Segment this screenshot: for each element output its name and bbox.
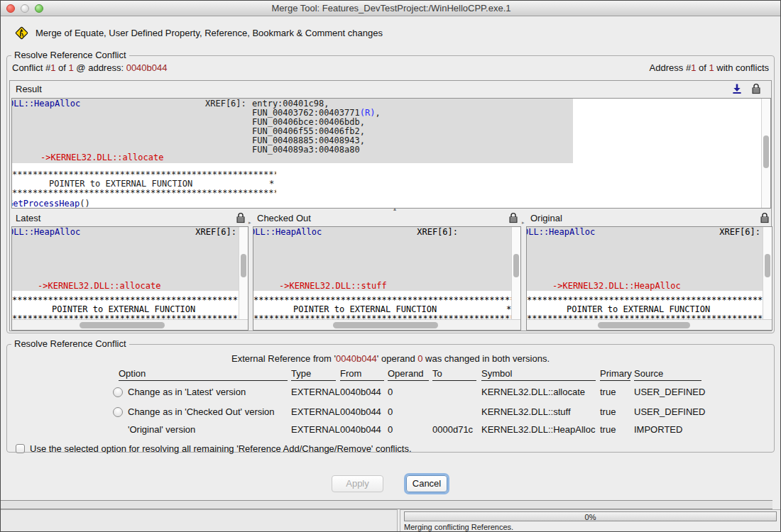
column-header-option: Option	[119, 368, 288, 381]
checked-out-lock-icon[interactable]	[508, 212, 518, 223]
status-left-panel	[1, 509, 398, 532]
cell-symbol: KERNEL32.DLL::allocate	[481, 387, 585, 397]
vertical-splitter[interactable]: ▸	[522, 220, 525, 226]
use-for-all-checkbox[interactable]	[16, 444, 25, 453]
result-external-ref: ->KERNEL32.DLL::allocate	[40, 153, 163, 162]
result-lock-icon[interactable]	[751, 83, 763, 94]
window-title: Merge Tool: Features_DevTestProject:/Win…	[1, 3, 781, 13]
option-label[interactable]: Change as in 'Latest' version	[128, 387, 246, 397]
merge-tool-window: Merge Tool: Features_DevTestProject:/Win…	[0, 0, 781, 532]
latest-panel-title: Latest	[16, 213, 40, 223]
original-vertical-scrollbar[interactable]	[763, 227, 772, 320]
cell-type: EXTERNAL	[291, 387, 340, 397]
column-header-primary: Primary	[600, 368, 630, 381]
latest-panel: Latest DLL::HeapAlloc	[11, 211, 248, 331]
cell-from: 0040b044	[340, 387, 381, 397]
cell-symbol: KERNEL32.DLL::stuff	[481, 406, 571, 417]
column-header-symbol: Symbol	[481, 368, 596, 381]
vertical-splitter[interactable]: ▸	[248, 220, 251, 226]
conflict-counter: Conflict #1 of 1 @ address: 0040b044	[12, 62, 168, 73]
checked-out-xref-label: XREF[6]:	[417, 228, 458, 237]
scroll-thumb[interactable]	[333, 322, 438, 328]
result-xref-label: XREF[6]:	[205, 99, 246, 109]
apply-button[interactable]: Apply	[332, 475, 383, 492]
cell-primary: true	[600, 387, 616, 397]
latest-xref-label: XREF[6]:	[195, 228, 236, 237]
checked-out-vertical-scrollbar[interactable]	[511, 227, 520, 320]
result-xref-6: FUN_004089a3:00408a80	[252, 145, 360, 155]
column-header-operand: Operand	[388, 368, 429, 381]
scroll-thumb[interactable]	[241, 254, 246, 277]
scroll-thumb[interactable]	[513, 254, 519, 277]
cell-from: 0040b044	[340, 424, 381, 435]
scroll-thumb[interactable]	[765, 254, 770, 277]
cell-from: 0040b044	[340, 406, 381, 417]
progress-percent: 0%	[405, 513, 776, 521]
message-strip	[1, 500, 772, 509]
original-horizontal-scrollbar[interactable]	[527, 319, 772, 330]
column-header-type: Type	[291, 368, 336, 381]
merge-sign-icon	[15, 26, 28, 40]
result-panel-title: Result	[16, 84, 42, 94]
scroll-thumb[interactable]	[598, 322, 690, 328]
merge-phase-message: Merge of Equate, User Defined Property, …	[36, 28, 383, 38]
original-panel: Original DLL::HeapAlloc	[526, 211, 772, 331]
comment-pointer-line: POINTER to EXTERNAL FUNCTION	[567, 305, 710, 314]
checked-out-horizontal-scrollbar[interactable]	[253, 319, 520, 330]
cell-operand: 0	[388, 406, 393, 417]
original-external-ref: ->KERNEL32.DLL::HeapAlloc	[552, 282, 681, 291]
cell-type: EXTERNAL	[291, 406, 340, 417]
cell-to: 0000d71c	[432, 424, 473, 435]
use-for-all-label[interactable]: Use the selected option for resolving al…	[30, 443, 412, 454]
column-header-from: From	[340, 368, 384, 381]
checked-out-external-ref: ->KERNEL32.DLL::stuff	[279, 282, 387, 291]
result-vertical-scrollbar[interactable]	[761, 99, 770, 208]
progress-bar: 0%	[404, 511, 777, 521]
conflict-address: 0040b044	[126, 62, 168, 73]
comment-star: *	[269, 179, 274, 189]
original-listing[interactable]: DLL::HeapAlloc XREF[6]: ->KERNEL32.DLL::…	[526, 226, 772, 331]
resolve-reference-conflict-group: Resolve Reference Conflict Conflict #1 o…	[6, 55, 775, 333]
conflict-description: External Reference from '0040b044' opera…	[7, 353, 774, 364]
latest-horizontal-scrollbar[interactable]	[12, 319, 248, 330]
merge-listings-container: Result	[9, 80, 772, 331]
cell-symbol: KERNEL32.DLL::HeapAlloc	[481, 424, 595, 435]
group2-legend: Resolve Reference Conflict	[11, 338, 129, 349]
latest-symbol: DLL::HeapAlloc	[12, 228, 80, 237]
checked-out-listing[interactable]: DLL::HeapAlloc XREF[6]: entry:00401c98, …	[253, 226, 521, 331]
latest-listing[interactable]: DLL::HeapAlloc XREF[6]: ->KERNEL32.DLL::…	[11, 226, 248, 331]
latest-lock-icon[interactable]	[236, 212, 246, 223]
comment-pointer-line: POINTER to EXTERNAL FUNCTION	[49, 179, 192, 189]
scroll-thumb[interactable]	[763, 135, 769, 168]
goto-next-conflict-icon[interactable]	[731, 83, 743, 94]
checked-out-panel-title: Checked Out	[257, 213, 311, 223]
cell-primary: true	[600, 424, 616, 435]
original-lock-icon[interactable]	[760, 212, 770, 223]
original-version-label: 'Original' version	[128, 424, 195, 435]
cell-primary: true	[600, 406, 616, 417]
cell-operand: 0	[388, 424, 393, 435]
cell-source: USER_DEFINED	[634, 406, 705, 417]
status-right-panel: 0% Merging conflicting References.	[400, 509, 781, 532]
option-label[interactable]: Change as in 'Checked Out' version	[128, 406, 275, 417]
scroll-thumb[interactable]	[80, 322, 165, 328]
radio-checked-out-version[interactable]	[113, 407, 123, 417]
title-bar[interactable]: Merge Tool: Features_DevTestProject:/Win…	[1, 1, 781, 16]
resolve-options-group: Resolve Reference Conflict External Refe…	[6, 344, 775, 453]
result-listing[interactable]: DLL::HeapAlloc XREF[6]: entry:00401c98, …	[11, 98, 771, 209]
cell-operand: 0	[388, 387, 393, 397]
checked-out-panel: Checked Out DLL::HeapAl	[253, 211, 521, 331]
original-panel-title: Original	[530, 213, 562, 223]
original-symbol: DLL::HeapAlloc	[527, 228, 595, 237]
cancel-button[interactable]: Cancel	[406, 475, 447, 492]
comment-pointer-line: POINTER to EXTERNAL FUNCTION	[293, 305, 437, 314]
result-panel-header: Result	[10, 81, 771, 97]
checked-out-symbol: DLL::HeapAlloc	[253, 228, 322, 237]
result-footer-symbol: GetProcessHeap()	[11, 199, 90, 209]
column-header-to: To	[432, 368, 476, 381]
radio-latest-version[interactable]	[113, 387, 123, 397]
status-message: Merging conflicting References.	[404, 523, 513, 531]
latest-vertical-scrollbar[interactable]	[239, 227, 248, 320]
result-symbol: DLL::HeapAlloc	[11, 99, 80, 109]
original-xref-label: XREF[6]:	[719, 228, 760, 237]
